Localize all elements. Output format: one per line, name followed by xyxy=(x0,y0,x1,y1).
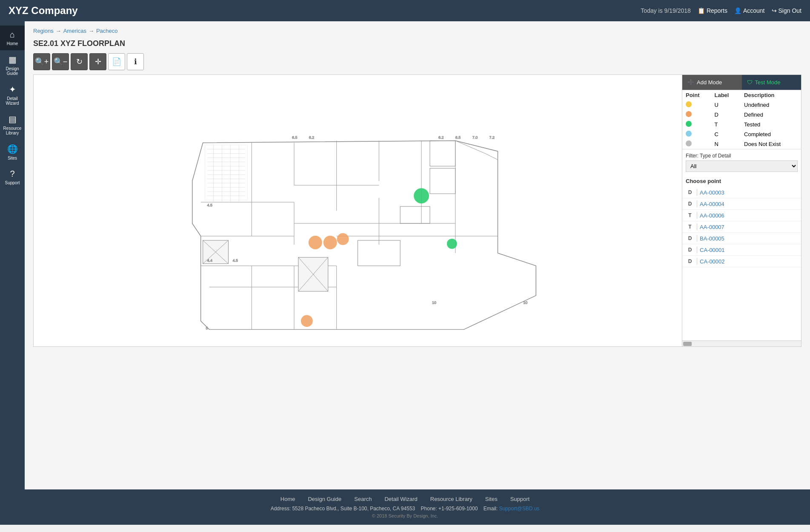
legend-row: C Completed xyxy=(682,129,801,139)
legend-dot-cell xyxy=(682,120,711,129)
legend-label-cell: C xyxy=(711,129,741,139)
footer-link-home[interactable]: Home xyxy=(280,496,295,502)
zoom-in-button[interactable]: 🔍+ xyxy=(33,53,50,70)
breadcrumb-americas[interactable]: Americas xyxy=(63,28,86,34)
legend-header-label: Label xyxy=(711,90,741,100)
header-actions: Today is 9/19/2018 📋 Reports 👤 Account ↪… xyxy=(641,7,801,14)
point-item[interactable]: D CA-00002 xyxy=(682,256,801,267)
sidebar-label-home: Home xyxy=(7,41,18,46)
breadcrumb-arrow-1: → xyxy=(56,28,61,34)
point-link[interactable]: CA-00001 xyxy=(700,247,725,253)
point-divider xyxy=(697,246,697,253)
filter-select[interactable]: All Camera Door Motion Other xyxy=(686,160,798,172)
point-link[interactable]: AA-00006 xyxy=(700,212,724,219)
signout-link[interactable]: ↪ Sign Out xyxy=(772,7,801,14)
point-status: D xyxy=(686,189,694,195)
sidebar-item-sites[interactable]: 🌐 Sites xyxy=(0,140,25,165)
email-link[interactable]: Support@SBD.us xyxy=(499,506,539,512)
zoom-out-button[interactable]: 🔍− xyxy=(52,53,69,70)
breadcrumb-pacheco[interactable]: Pacheco xyxy=(96,28,118,34)
svg-point-61 xyxy=(414,188,429,203)
sidebar-item-design-guide[interactable]: ▦ Design Guide xyxy=(0,50,25,80)
point-item[interactable]: D BA-00005 xyxy=(682,233,801,244)
footer: HomeDesign GuideSearchDetail WizardResou… xyxy=(0,489,810,525)
point-status: D xyxy=(686,235,694,241)
sidebar-label-design-guide: Design Guide xyxy=(2,66,23,76)
page-title: SE2.01 XYZ FLOORPLAN xyxy=(33,39,801,48)
account-link[interactable]: 👤 Account xyxy=(734,7,765,14)
point-status: T xyxy=(686,224,694,230)
sidebar-item-support[interactable]: ? Support xyxy=(0,165,25,189)
legend-row: U Undefined xyxy=(682,100,801,110)
sidebar-label-support: Support xyxy=(5,180,20,185)
breadcrumb-arrow-2: → xyxy=(89,28,94,34)
point-item[interactable]: T AA-00007 xyxy=(682,221,801,233)
reports-icon: 📋 xyxy=(698,7,705,14)
toolbar: 🔍+ 🔍− ↻ ✛ 📄 ℹ xyxy=(33,53,801,70)
phone-label: Phone: xyxy=(421,506,438,512)
footer-link-support[interactable]: Support xyxy=(510,496,530,502)
pdf-button[interactable]: 📄 xyxy=(108,53,125,70)
point-item[interactable]: T AA-00006 xyxy=(682,210,801,221)
signout-icon: ↪ xyxy=(772,7,777,14)
footer-link-detail-wizard[interactable]: Detail Wizard xyxy=(384,496,417,502)
footer-link-search[interactable]: Search xyxy=(354,496,372,502)
test-mode-button[interactable]: 🛡 Test Mode xyxy=(742,75,801,90)
legend-header-point: Point xyxy=(682,90,711,100)
point-divider xyxy=(697,200,697,207)
sidebar-item-detail-wizard[interactable]: ✦ Detail Wizard xyxy=(0,80,25,110)
copyright: © 2018 Security By Design, Inc. xyxy=(9,513,801,518)
point-divider xyxy=(697,189,697,196)
point-divider xyxy=(697,235,697,242)
add-mode-button[interactable]: ➕ Add Mode xyxy=(682,75,742,90)
svg-text:10: 10 xyxy=(523,300,527,305)
move-button[interactable]: ✛ xyxy=(89,53,106,70)
address-label: Address: xyxy=(271,506,292,512)
reports-link[interactable]: 📋 Reports xyxy=(698,7,727,14)
resource-library-icon: ▤ xyxy=(9,114,17,124)
floorplan-container[interactable]: 4.5 4.4 4.5 5 10 10 6.2 6.5 7.0 7.2 6.5 … xyxy=(33,74,682,347)
home-icon: ⌂ xyxy=(10,30,15,40)
svg-text:6.5: 6.5 xyxy=(292,135,297,140)
footer-link-sites[interactable]: Sites xyxy=(485,496,498,502)
breadcrumb-regions[interactable]: Regions xyxy=(33,28,54,34)
legend-dot-cell xyxy=(682,100,711,110)
sidebar-item-home[interactable]: ⌂ Home xyxy=(0,26,25,50)
footer-link-resource-library[interactable]: Resource Library xyxy=(430,496,472,502)
point-item[interactable]: D AA-00003 xyxy=(682,187,801,198)
legend-dot xyxy=(686,131,692,137)
point-link[interactable]: AA-00004 xyxy=(700,201,724,207)
refresh-button[interactable]: ↻ xyxy=(71,53,88,70)
phone-value: +1-925-609-1000 xyxy=(438,506,478,512)
point-item[interactable]: D AA-00004 xyxy=(682,198,801,210)
point-link[interactable]: AA-00007 xyxy=(700,224,724,230)
svg-rect-0 xyxy=(167,75,549,346)
point-link[interactable]: CA-00002 xyxy=(700,258,725,265)
point-divider xyxy=(697,223,697,230)
footer-link-design-guide[interactable]: Design Guide xyxy=(308,496,341,502)
point-item[interactable]: D CA-00001 xyxy=(682,244,801,256)
app-title: XYZ Company xyxy=(9,5,78,17)
scroll-bar[interactable] xyxy=(682,340,801,346)
svg-text:6.2: 6.2 xyxy=(309,135,314,140)
legend-label-cell: D xyxy=(711,110,741,120)
point-divider xyxy=(697,258,697,265)
point-list[interactable]: D AA-00003 D AA-00004 T AA-00006 T AA-00… xyxy=(682,187,801,340)
choose-point-label: Choose point xyxy=(682,175,801,187)
point-link[interactable]: AA-00003 xyxy=(700,189,724,196)
svg-point-65 xyxy=(337,233,349,245)
legend-dot-cell xyxy=(682,139,711,149)
point-link[interactable]: BA-00005 xyxy=(700,235,724,242)
footer-links: HomeDesign GuideSearchDetail WizardResou… xyxy=(9,496,801,502)
breadcrumb: Regions → Americas → Pacheco xyxy=(33,28,801,34)
main-panel: 4.5 4.4 4.5 5 10 10 6.2 6.5 7.0 7.2 6.5 … xyxy=(33,74,801,347)
sidebar-item-resource-library[interactable]: ▤ Resource Library xyxy=(0,110,25,140)
svg-text:4.4: 4.4 xyxy=(207,258,212,263)
legend-dot xyxy=(686,121,692,127)
info-button[interactable]: ℹ xyxy=(127,53,144,70)
svg-point-62 xyxy=(447,239,457,249)
footer-address: Address: 5528 Pacheco Blvd., Suite B-100… xyxy=(9,506,801,512)
legend-table: Point Label Description U Undefined D De… xyxy=(682,90,801,149)
sidebar: ⌂ Home ▦ Design Guide ✦ Detail Wizard ▤ … xyxy=(0,21,25,489)
legend-dot-cell xyxy=(682,129,711,139)
